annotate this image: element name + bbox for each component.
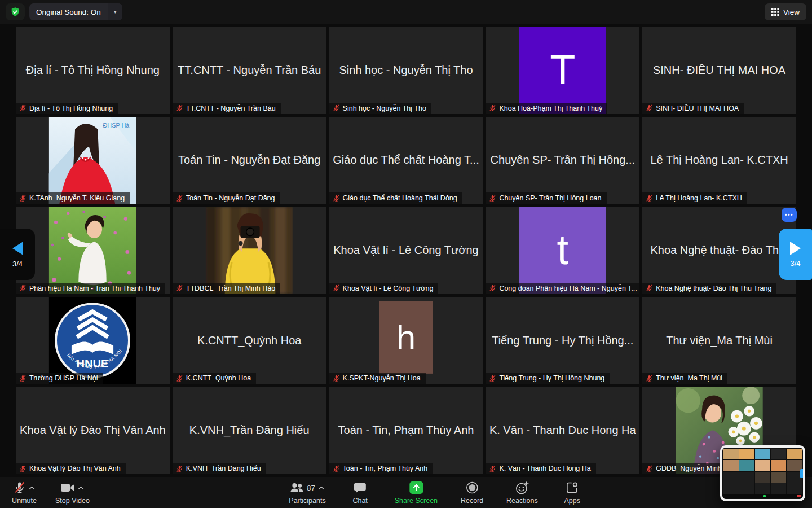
participant-tile[interactable]: Toán - Tin, Phạm Thúy Anh Toán - Tin, Ph… xyxy=(329,387,483,474)
participant-tile[interactable]: Khoa Nghệ thuật- Đào Th... Khoa Nghệ thu… xyxy=(642,207,796,294)
avatar-initial: T xyxy=(550,49,575,91)
participant-name: Toán Tin - Nguyễn Đạt Đăng xyxy=(186,194,275,202)
view-button[interactable]: View xyxy=(765,3,806,20)
next-page-button[interactable]: 3/4 xyxy=(779,229,812,280)
participant-tile[interactable]: TT.CNTT - Nguyễn Trần Báu TT.CNTT - Nguy… xyxy=(173,27,326,114)
participant-tile[interactable]: Sinh học - Nguyễn Thị Tho Sinh học - Ngu… xyxy=(329,27,483,114)
reactions-button[interactable]: Reactions xyxy=(506,480,538,505)
participant-display-name: K.CNTT_Quỳnh Hoa xyxy=(173,297,326,384)
caret-up-icon[interactable] xyxy=(319,486,325,490)
muted-mic-icon xyxy=(176,465,183,472)
pip-next-tab xyxy=(800,469,803,478)
participant-tile[interactable]: TTĐBCL_Trần Thị Minh Hảo xyxy=(173,207,326,294)
participant-tile[interactable]: Giáo dục Thể chất Hoàng T... Giáo dục Th… xyxy=(329,117,483,204)
top-bar-left-group: Original Sound: On ▾ xyxy=(6,3,122,20)
stop-video-button[interactable]: Stop Video xyxy=(55,480,90,505)
participant-name-tag: Toán Tin - Nguyễn Đạt Đăng xyxy=(173,192,280,204)
participant-tile[interactable]: h K.SPKT-Nguyễn Thị Hoa xyxy=(329,297,483,384)
participant-name-tag: K.SPKT-Nguyễn Thị Hoa xyxy=(329,373,426,384)
participant-tile[interactable]: ĐHSP Hà K.TAnh_Nguyễn T. Kiều Giang xyxy=(16,117,170,204)
participant-tile[interactable]: t Cong đoan Phân hiệu Hà Nam - Nguyễn T.… xyxy=(486,207,639,294)
participants-button[interactable]: 87 Participants xyxy=(289,480,325,505)
caret-up-icon[interactable] xyxy=(78,486,84,490)
share-screen-button[interactable]: Share Screen xyxy=(395,480,438,505)
participant-tile[interactable]: Toán Tin - Nguyễn Đạt Đăng Toán Tin - Ng… xyxy=(173,117,326,204)
top-bar: Original Sound: On ▾ View xyxy=(0,0,812,24)
participants-count: 87 xyxy=(307,484,315,492)
muted-mic-icon xyxy=(646,104,653,112)
apps-label: Apps xyxy=(564,497,580,505)
muted-mic-icon xyxy=(333,284,340,292)
participant-name-tag: Trường ĐHSP Hà Nội xyxy=(16,373,103,384)
participant-tile[interactable]: Lê Thị Hoàng Lan- K.CTXH Lê Thị Hoàng La… xyxy=(642,117,796,204)
participant-tile[interactable]: HNUE ĐẠI HỌC SƯ PHẠM HÀ NỘI Trường ĐHSP … xyxy=(16,297,170,384)
chat-label: Chat xyxy=(352,497,367,505)
toolbar-left-group: Unmute Stop Video xyxy=(10,480,90,505)
participant-name: GDĐB_Nguyễn Minh xyxy=(656,465,722,472)
participant-tile[interactable]: Khoa Vật lí - Lê Công Tường Khoa Vật lí … xyxy=(329,207,483,294)
reactions-smiley-icon xyxy=(515,481,529,494)
hnue-university-logo: HNUE ĐẠI HỌC SƯ PHẠM HÀ NỘI xyxy=(49,297,136,384)
record-button[interactable]: Record xyxy=(458,480,486,505)
participant-tile[interactable]: Địa lí - Tô Thị Hồng Nhung Địa lí - Tô T… xyxy=(16,27,170,114)
caret-up-icon[interactable] xyxy=(29,486,35,490)
unmute-button[interactable]: Unmute xyxy=(10,480,38,505)
participant-tile[interactable]: K. Văn - Thanh Duc Hong Ha K. Văn - Than… xyxy=(486,387,639,474)
avatar: T xyxy=(519,27,606,114)
muted-mic-icon xyxy=(489,284,496,292)
participant-tile[interactable]: Thư viện_Ma Thị Mùi Thư viện_Ma Thị Mùi xyxy=(642,297,796,384)
muted-mic-icon xyxy=(19,465,27,472)
previous-page-button[interactable]: 3/4 xyxy=(0,229,35,280)
participant-name: TTĐBCL_Trần Thị Minh Hảo xyxy=(186,284,275,292)
participant-name: K. Văn - Thanh Duc Hong Ha xyxy=(499,465,590,472)
participant-name: K.VNH_Trần Đăng Hiếu xyxy=(186,465,261,472)
participant-name-tag: Lê Thị Hoàng Lan- K.CTXH xyxy=(642,192,747,204)
pip-preview[interactable] xyxy=(720,445,805,501)
muted-mic-icon xyxy=(646,284,653,292)
participant-name: Khoa Hoá-Phạm Thị Thanh Thuý xyxy=(499,104,602,112)
original-sound-label: Original Sound: On xyxy=(29,3,108,20)
participant-tile[interactable]: SINH- ĐIỀU THỊ MAI HOA SINH- ĐIỀU THỊ MA… xyxy=(642,27,796,114)
chat-bubble-icon xyxy=(354,483,367,493)
participant-tile[interactable]: Chuyên SP- Trần Thị Hồng... Chuyên SP- T… xyxy=(486,117,639,204)
participant-tile[interactable]: Tiếng Trung - Hy Thị Hồng... Tiếng Trung… xyxy=(486,297,639,384)
participant-tile[interactable]: K.VNH_Trần Đăng Hiếu K.VNH_Trần Đăng Hiế… xyxy=(173,387,326,474)
muted-mic-icon xyxy=(489,195,496,202)
avatar: h xyxy=(379,301,433,374)
mic-muted-icon xyxy=(14,481,25,494)
original-sound-button[interactable]: Original Sound: On ▾ xyxy=(29,3,122,20)
shield-check-icon xyxy=(10,7,20,17)
participant-name-tag: Giáo dục Thể chất Hoàng Thái Đông xyxy=(329,192,462,204)
page-indicator: 3/4 xyxy=(790,259,800,268)
profile-photo-camera-yellow xyxy=(206,207,293,294)
participant-name-tag: Địa lí - Tô Thị Hồng Nhung xyxy=(16,103,118,114)
participant-display-name: Khoa Vật lí - Lê Công Tường xyxy=(329,207,483,294)
participant-tile[interactable]: K.CNTT_Quỳnh Hoa K.CNTT_Quỳnh Hoa xyxy=(173,297,326,384)
participant-name-tag: GDĐB_Nguyễn Minh xyxy=(642,463,727,474)
apps-button[interactable]: Apps xyxy=(558,480,586,505)
muted-mic-icon xyxy=(489,104,496,112)
original-sound-dropdown[interactable]: ▾ xyxy=(108,3,122,20)
participant-display-name: Sinh học - Nguyễn Thị Tho xyxy=(329,27,483,114)
participant-name: Chuyên SP- Trần Thị Hồng Loan xyxy=(499,194,601,202)
muted-mic-icon xyxy=(19,195,27,202)
participant-name: Trường ĐHSP Hà Nội xyxy=(29,374,98,382)
participant-display-name: TT.CNTT - Nguyễn Trần Báu xyxy=(173,27,326,114)
participant-name-tag: Thư viện_Ma Thị Mùi xyxy=(642,373,727,384)
participant-tile[interactable]: T Khoa Hoá-Phạm Thị Thanh Thuý xyxy=(486,27,639,114)
avatar-initial: t xyxy=(557,229,568,271)
arrow-left-icon xyxy=(11,241,24,256)
security-shield-button[interactable] xyxy=(6,3,25,20)
participant-name: K.CNTT_Quỳnh Hoa xyxy=(186,374,251,382)
view-label: View xyxy=(783,8,800,16)
participant-name: Cong đoan Phân hiệu Hà Nam - Nguyễn T... xyxy=(499,284,637,292)
share-screen-icon xyxy=(409,481,423,494)
more-options-button[interactable]: ••• xyxy=(782,208,797,222)
participant-display-name: Toán Tin - Nguyễn Đạt Đăng xyxy=(173,117,326,204)
chat-button[interactable]: Chat xyxy=(346,480,374,505)
participants-icon xyxy=(290,483,303,493)
participant-tile[interactable]: Phân hiệu Hà Nam - Tran Thi Thanh Thuy xyxy=(16,207,170,294)
participant-tile[interactable]: Khoa Vật lý Đào Thị Vân Anh Khoa Vật lý … xyxy=(16,387,170,474)
video-gallery: Địa lí - Tô Thị Hồng Nhung Địa lí - Tô T… xyxy=(16,27,796,474)
participant-name: Thư viện_Ma Thị Mùi xyxy=(656,374,722,382)
